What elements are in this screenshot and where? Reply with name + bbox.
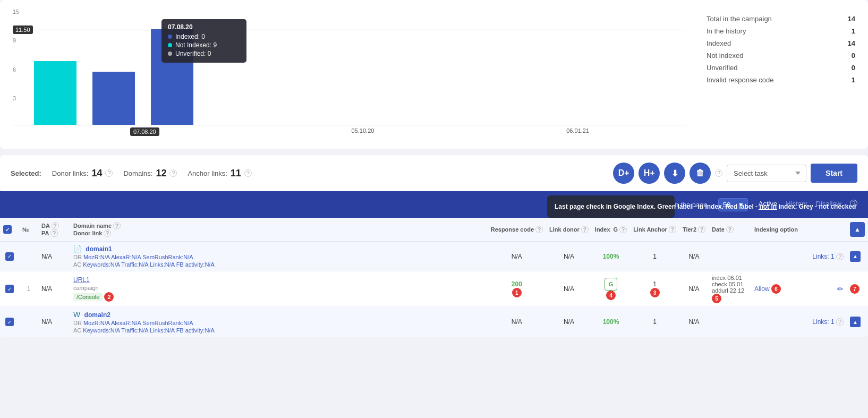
link-donor-help-icon[interactable]: ?	[581, 226, 589, 233]
date-addurl-label: addurl	[712, 287, 728, 294]
url-links-count-1: ✏	[804, 271, 847, 307]
th-expand: ▲	[847, 218, 868, 242]
donor-links-help-icon[interactable]: ?	[105, 169, 113, 177]
traffic-link-1[interactable]: Traffic:N/A	[121, 261, 148, 268]
row-link-donor-value-2: N/A	[564, 318, 574, 326]
anchor-links-help-icon[interactable]: ?	[244, 169, 252, 177]
start-button[interactable]: Start	[811, 164, 857, 183]
edit-icon-1[interactable]: ✏	[837, 285, 844, 293]
row-da-2: N/A	[38, 307, 70, 337]
task-select[interactable]: Select task	[727, 165, 806, 182]
dot-grey	[168, 52, 172, 56]
mozr-link-1[interactable]: MozR:N/A	[83, 254, 110, 260]
stat-unverified: Unverified 0	[707, 62, 855, 74]
th-index-g-label: Index	[595, 226, 610, 233]
domain-name-2[interactable]: domain2	[84, 311, 110, 319]
donor-help-icon[interactable]: ?	[104, 229, 111, 237]
tab-help-icon[interactable]: ?	[850, 200, 857, 207]
table-row: ✓ N/A W domain2 DR MozR:N/A AlexaR:N/A	[0, 307, 868, 337]
collapse-all-button[interactable]: ▲	[850, 222, 865, 237]
select-all-checkbox[interactable]: ✓	[3, 225, 12, 234]
pa-help-icon[interactable]: ?	[50, 229, 58, 237]
tab-active[interactable]: Active	[759, 200, 777, 210]
tab-history[interactable]: History	[786, 200, 807, 210]
tier2-help-icon[interactable]: ?	[698, 226, 705, 233]
row-response-value-1: N/A	[512, 253, 522, 260]
collapse-btn-2[interactable]: ▲	[850, 317, 861, 327]
bar-group-2	[92, 72, 135, 125]
row-checkbox-2[interactable]: ✓	[0, 307, 19, 337]
table-section: Links on the page 50 100 Active History …	[0, 191, 868, 337]
date-badge-5: 5	[712, 294, 721, 303]
th-check: ✓	[0, 218, 19, 242]
domain-meta2-1: AC Keywords:N/A Traffic:N/A Links:N/A FB…	[73, 261, 484, 268]
console-text-1[interactable]: /Console	[73, 293, 103, 301]
console-badge-2: 2	[104, 292, 114, 302]
collapse-btn-1[interactable]: ▲	[850, 251, 861, 262]
th-index-g: Index G ? Last page check in Google Inde…	[592, 218, 630, 242]
toolbar-section: Selected: Donor links: 14 ? Domains: 12 …	[0, 155, 868, 191]
date-index-label: index	[712, 275, 726, 281]
th-link-donor: Link donor ?	[546, 218, 592, 242]
date3-value: 22.12	[730, 287, 745, 294]
row-expand-1: ▲	[847, 242, 868, 271]
bar-blue-2	[92, 72, 135, 125]
tooltip-indexed: Indexed: 0	[175, 33, 205, 40]
domains-label: Domains:	[123, 169, 152, 177]
date-help-icon[interactable]: ?	[726, 226, 734, 233]
row-checkbox-1[interactable]: ✓	[0, 242, 19, 271]
page-count-select[interactable]: 50 100	[718, 198, 748, 211]
th-response-label: Response code	[491, 226, 534, 233]
tab-disallow[interactable]: Disallow	[816, 200, 841, 210]
mozr-link-2[interactable]: MozR:N/A	[83, 320, 110, 326]
delete-button[interactable]: 🗑	[690, 163, 711, 184]
th-donor-label: Donor link ?	[73, 229, 484, 237]
row-link-anchor-value-2: 1	[653, 318, 657, 326]
row-link-anchor-2: 1	[630, 307, 679, 337]
semrush-link-2[interactable]: SemRushRank:N/A	[142, 320, 193, 326]
row-response-value-2: N/A	[512, 318, 522, 326]
index-g-help-icon[interactable]: ?	[619, 226, 627, 233]
links-count-help-1[interactable]: ?	[836, 253, 844, 260]
hplus-button[interactable]: H+	[639, 163, 660, 184]
traffic-link-2[interactable]: Traffic:N/A	[121, 327, 148, 334]
fb-link-2[interactable]: FB activity:N/A	[176, 327, 215, 334]
stat-not-indexed-label: Not indexed	[707, 52, 743, 59]
row-da-1: N/A	[38, 242, 70, 271]
keywords-link-2[interactable]: Keywords:N/A	[83, 327, 120, 334]
url-link-1[interactable]: URL1	[73, 276, 90, 284]
row-links-count-1: Links: 1 ?	[804, 242, 847, 271]
url-checkbox-1[interactable]: ✓	[0, 271, 19, 307]
th-tier2: Tier2 ?	[679, 218, 709, 242]
domains-help-icon[interactable]: ?	[169, 169, 177, 177]
keywords-link-1[interactable]: Keywords:N/A	[83, 261, 120, 268]
tab-group: Active History Disallow ?	[759, 200, 857, 210]
alexar-link-1[interactable]: AlexaR:N/A	[111, 254, 141, 260]
alexar-link-2[interactable]: AlexaR:N/A	[111, 320, 141, 326]
anchor-links-item: Anchor links: 11 ?	[188, 168, 251, 179]
domain-help-icon[interactable]: ?	[113, 222, 121, 229]
download-button[interactable]: ⬇	[664, 163, 685, 184]
semrush-link-1[interactable]: SemRushRank:N/A	[142, 254, 193, 260]
domain-meta-2: DR MozR:N/A AlexaR:N/A SemRushRank:N/A	[73, 320, 484, 326]
row-link-donor-1: N/A	[546, 242, 592, 271]
bar-group-1	[34, 61, 76, 125]
row-index-g-2: 100%	[592, 307, 630, 337]
links-count-help-2[interactable]: ?	[836, 318, 844, 326]
th-no: №	[19, 218, 38, 242]
fb-link-1[interactable]: FB activity:N/A	[176, 261, 215, 268]
bar-cyan-1	[34, 61, 76, 125]
table-head: ✓ № DA ? PA ? Domain name ?	[0, 218, 868, 242]
link-anchor-help-icon[interactable]: ?	[669, 226, 676, 233]
toolbar-help-icon[interactable]: ?	[715, 169, 722, 177]
response-help-icon[interactable]: ?	[535, 226, 543, 233]
x-labels: 07.08.20 05.10.20 06.01.21	[13, 127, 685, 136]
row-link-anchor-1: 1	[630, 242, 679, 271]
links-link-1[interactable]: Links:N/A	[150, 261, 174, 268]
links-link-2[interactable]: Links:N/A	[150, 327, 174, 334]
th-da-label: DA ?	[41, 222, 67, 229]
dplus-button[interactable]: D+	[613, 163, 634, 184]
da-help-icon[interactable]: ?	[52, 222, 59, 229]
domain-name-1[interactable]: domain1	[86, 245, 112, 253]
stat-unverified-label: Unverified	[707, 64, 738, 72]
